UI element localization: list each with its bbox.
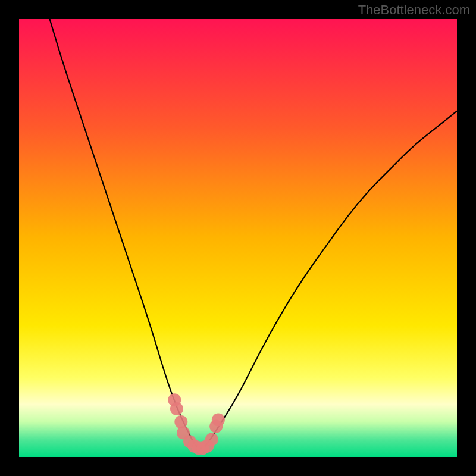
marker-point (205, 433, 218, 446)
marker-point (174, 415, 187, 428)
marker-point (170, 402, 183, 415)
plot-background (19, 19, 457, 457)
marker-point (212, 413, 225, 426)
attribution-label: TheBottleneck.com (358, 2, 470, 18)
bottleneck-chart (0, 0, 476, 476)
chart-container: TheBottleneck.com (0, 0, 476, 476)
